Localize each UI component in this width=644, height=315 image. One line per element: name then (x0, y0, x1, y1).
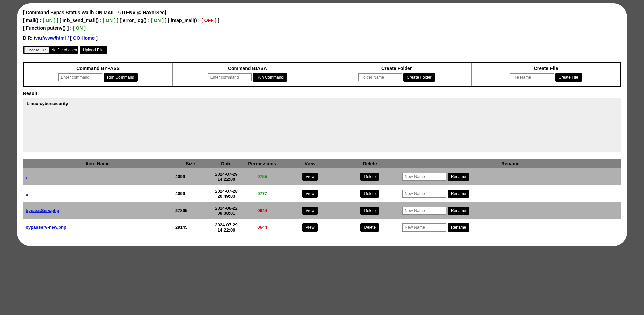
panel-create-folder: Create Folder Create Folder (322, 63, 472, 86)
imap-status: [ OFF ] (201, 18, 216, 23)
view-button[interactable]: View (302, 190, 318, 198)
th-name: Item Name (23, 159, 172, 168)
result-label: Result: (23, 91, 621, 96)
item-date: 2024-07-2914:22:00 (208, 168, 244, 185)
putenv-status: [ ON ] (73, 25, 86, 31)
status-line-3: [ Function putenv() ] : [ ON ] (23, 25, 621, 31)
item-name-link[interactable]: .. (26, 191, 28, 196)
item-name-link[interactable]: bypasserv-new.php (26, 225, 66, 230)
mail-label: [ mail() : (23, 18, 41, 23)
dir-link-var[interactable]: var (35, 35, 43, 41)
status-line-1: [ Command Bypas Status Wajib ON MAIL PUT… (23, 9, 621, 16)
main-card: [ Command Bypas Status Wajib ON MAIL PUT… (17, 3, 627, 246)
command-panel: Command BYPASS Run Command Command BIASA… (23, 62, 621, 87)
rename-input[interactable] (402, 223, 446, 232)
view-button[interactable]: View (302, 223, 318, 232)
view-button[interactable]: View (302, 173, 318, 181)
result-text: Linux cybersecurity (27, 101, 68, 106)
mail-status: [ ON ] (43, 18, 55, 23)
table-row: ..40962024-07-2820:49:030777ViewDelete R… (23, 185, 621, 202)
choose-file-button[interactable]: Choose File (24, 47, 49, 53)
result-box: Linux cybersecurity (23, 98, 621, 152)
rename-button[interactable]: Rename (448, 207, 469, 215)
biasa-run-button[interactable]: Run Command (253, 73, 287, 82)
item-name-link[interactable]: . (26, 174, 27, 179)
item-permissions: 0755 (244, 168, 280, 185)
item-date: 2024-07-2820:49:03 (208, 185, 244, 202)
file-input[interactable]: Choose File No file chosen (23, 46, 78, 54)
upload-row: Choose File No file chosen Upload File (23, 46, 621, 54)
bypass-command-input[interactable] (58, 73, 102, 81)
view-button[interactable]: View (302, 207, 318, 215)
imap-label: ] [ imap_mail() : (165, 18, 200, 23)
status-line-2: [ mail() : [ ON ] ] [ mb_send_mail() : [… (23, 17, 621, 24)
create-file-title: Create File (473, 66, 619, 71)
item-date: 2024-07-2914:22:00 (208, 219, 244, 236)
biasa-command-input[interactable] (208, 73, 252, 81)
item-permissions: 0644 (244, 202, 280, 219)
folder-name-input[interactable] (358, 73, 402, 81)
divider (23, 58, 621, 58)
rename-button[interactable]: Rename (448, 173, 469, 181)
delete-button[interactable]: Delete (360, 207, 379, 215)
create-folder-title: Create Folder (324, 66, 470, 71)
table-row: bypasserv-new.php291452024-07-2914:22:00… (23, 219, 621, 236)
errorlog-label: ] [ error_log() : (117, 18, 149, 23)
table-row: .40962024-07-2914:22:000755ViewDelete Re… (23, 168, 621, 185)
item-name-link[interactable]: bypassServ.php (26, 208, 59, 213)
table-row: bypassServ.php278652024-06-2208:38:01064… (23, 202, 621, 219)
go-close: ] (95, 35, 98, 41)
upload-file-button[interactable]: Upload File (80, 46, 107, 54)
create-file-button[interactable]: Create File (555, 73, 582, 82)
putenv-label: [ Function putenv() ] : (23, 25, 72, 31)
create-folder-button[interactable]: Create Folder (403, 73, 435, 82)
item-size: 29145 (172, 219, 208, 236)
item-date: 2024-06-2208:38:01 (208, 202, 244, 219)
th-perm: Permissions (244, 159, 280, 168)
rename-input[interactable] (402, 173, 446, 181)
file-name-input[interactable] (510, 73, 554, 81)
item-size: 27865 (172, 202, 208, 219)
rename-input[interactable] (402, 190, 446, 198)
go-open: [ (70, 35, 73, 41)
rename-input[interactable] (402, 207, 446, 215)
th-view: View (280, 159, 340, 168)
rename-button[interactable]: Rename (448, 190, 469, 198)
dir-link-www[interactable]: www (44, 35, 55, 41)
panel-create-file: Create File Create File (472, 63, 620, 86)
th-size: Size (172, 159, 208, 168)
mbsend-status: [ ON ] (103, 18, 115, 23)
dir-breadcrumb: DIR: /var/www/html / [ GO Home ] (23, 35, 621, 41)
delete-button[interactable]: Delete (360, 173, 379, 181)
bypass-run-button[interactable]: Run Command (104, 73, 138, 82)
th-date: Date (208, 159, 244, 168)
panel-biasa: Command BIASA Run Command (173, 63, 322, 86)
panel-bypass: Command BYPASS Run Command (24, 63, 173, 86)
bypass-title: Command BYPASS (25, 66, 171, 71)
table-header-row: Item Name Size Date Permissions View Del… (23, 159, 621, 168)
no-file-label: No file chosen (51, 48, 77, 52)
go-home-link[interactable]: GO Home (73, 35, 95, 41)
dir-label: DIR: (23, 35, 34, 41)
item-size: 4096 (172, 168, 208, 185)
dir-link-html[interactable]: html / (56, 35, 69, 41)
files-table: Item Name Size Date Permissions View Del… (23, 159, 621, 236)
th-rename: Rename (400, 159, 621, 168)
th-delete: Delete (340, 159, 400, 168)
divider (23, 33, 621, 33)
mbsend-label: ] [ mb_send_mail() : (57, 18, 101, 23)
biasa-title: Command BIASA (174, 66, 320, 71)
errorlog-status: [ ON ] (151, 18, 164, 23)
item-permissions: 0777 (244, 185, 280, 202)
rename-button[interactable]: Rename (448, 223, 469, 232)
delete-button[interactable]: Delete (360, 223, 379, 232)
divider-double (23, 42, 621, 43)
item-size: 4096 (172, 185, 208, 202)
item-permissions: 0644 (244, 219, 280, 236)
imap-close: ] (218, 18, 219, 23)
delete-button[interactable]: Delete (360, 190, 379, 198)
